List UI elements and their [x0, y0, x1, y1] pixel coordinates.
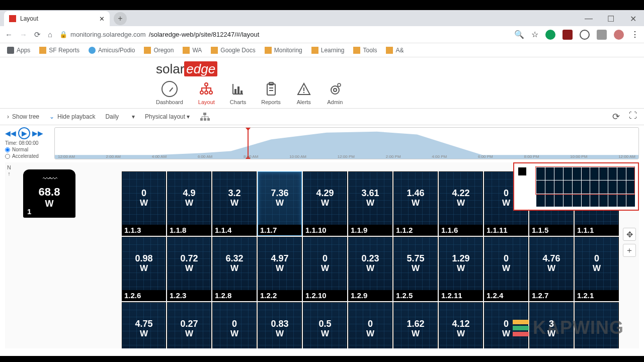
maximize-icon[interactable]: ☐	[600, 11, 622, 26]
tab-admin[interactable]: Admin	[327, 81, 343, 105]
fullscreen-button[interactable]: ⛶	[629, 111, 637, 122]
panel-tile[interactable]: 0W1.2.4	[484, 237, 528, 301]
bm-item[interactable]: A&	[386, 47, 404, 54]
radio-icon[interactable]	[5, 147, 10, 152]
bm-item[interactable]: Google Docs	[211, 47, 255, 54]
panel-value: 0	[349, 319, 392, 329]
panel-tile[interactable]: 4.22W1.1.6	[439, 171, 483, 236]
bm-item[interactable]: Learning	[311, 47, 345, 54]
panel-tile[interactable]: 4.9W1.1.8	[167, 171, 211, 236]
panel-tile[interactable]: 1.62W	[393, 302, 438, 348]
panel-tile[interactable]: 0.27W	[167, 302, 211, 348]
panel-unit: W	[349, 263, 392, 274]
bm-item[interactable]: Oregon	[144, 47, 174, 54]
avatar[interactable]	[614, 30, 624, 40]
panel-unit: W	[122, 263, 166, 274]
period-select[interactable]: Daily▾	[105, 113, 135, 120]
panel-tile[interactable]: 4.29W1.1.10	[303, 171, 347, 236]
timeline[interactable]: 12:00 AM2:00 AM4:00 AM6:00 AM8:00 AM10:0…	[54, 127, 639, 159]
panel-tile[interactable]: 3W	[529, 302, 574, 348]
panel-tile[interactable]: 3.61W1.1.9	[348, 171, 392, 236]
rewind-button[interactable]: ◀◀	[5, 129, 16, 137]
panel-tile[interactable]: 1.29W1.2.11	[439, 237, 483, 301]
panel-value: 3	[530, 319, 573, 329]
panel-tile[interactable]: 0W1.2.10	[303, 237, 347, 301]
star-icon[interactable]: ☆	[531, 30, 538, 39]
hide-playback-toggle[interactable]: ⌄Hide playback	[49, 113, 95, 120]
url-box[interactable]: 🔒 monitoring.solaredge.com/solaredge-web…	[59, 31, 259, 38]
tab-alerts[interactable]: Alerts	[296, 81, 312, 105]
layout-mode-select[interactable]: Physical layout ▾	[145, 113, 190, 120]
panel-tile[interactable]: 0.5W	[303, 302, 347, 348]
bm-item[interactable]: Tools	[353, 47, 377, 54]
chevron-down-icon: ▾	[132, 113, 135, 120]
panel-unit: W	[394, 329, 437, 339]
fastforward-button[interactable]: ▶▶	[32, 129, 43, 137]
ext-icon-1[interactable]	[545, 30, 555, 40]
panel-tile[interactable]: 7.36W1.1.7	[258, 171, 302, 236]
panel-tile[interactable]: 0W1.1.3	[122, 171, 166, 236]
panel-tile[interactable]: 6.32W1.2.8	[212, 237, 257, 301]
bm-item[interactable]: Apps	[7, 47, 30, 54]
ext-icon-2[interactable]	[562, 30, 573, 40]
panel-value: 0	[485, 188, 528, 199]
hierarchy-button[interactable]	[200, 112, 210, 122]
tab-dashboard[interactable]: Dashboard	[156, 81, 183, 105]
panel-tile[interactable]: 1.46W1.1.2	[393, 171, 438, 236]
bm-item[interactable]: Amicus/Podio	[89, 47, 135, 54]
tab-layout[interactable]: Layout	[198, 81, 215, 105]
zoom-icon[interactable]: 🔍	[514, 30, 524, 39]
panel-value: 4.9	[168, 188, 211, 199]
panel-tile[interactable]: 0W	[348, 302, 392, 348]
zoom-in-button[interactable]: ＋	[623, 244, 636, 257]
minimap[interactable]	[513, 162, 639, 211]
panel-tile[interactable]: 4.76W1.2.7	[529, 237, 574, 301]
panel-tile[interactable]: 4.12W	[439, 302, 483, 348]
back-icon[interactable]: ←	[5, 30, 13, 39]
fit-button[interactable]: ✥	[623, 228, 636, 241]
panel-tile[interactable]: 0W1.2.1	[575, 237, 619, 301]
forward-icon[interactable]: →	[20, 30, 27, 39]
panel-id: 1.1.4	[213, 225, 256, 235]
bm-item[interactable]: WA	[183, 47, 202, 54]
panel-value: 1.46	[394, 188, 437, 199]
speed-normal[interactable]: Normal	[5, 147, 52, 152]
panel-tile[interactable]: 0.23W1.2.9	[348, 237, 392, 301]
panel-tile[interactable]: 4.97W1.2.2	[258, 237, 302, 301]
panel-tile[interactable]: 0W	[484, 302, 528, 348]
play-button[interactable]: ▶	[18, 127, 30, 139]
menu-icon[interactable]: ⋮	[631, 30, 639, 39]
inverter-tile[interactable]: 〰〰 68.8 W 1	[23, 169, 75, 218]
ext-icon-3[interactable]	[580, 30, 590, 40]
panel-layout[interactable]: N↑ 〰〰 68.8 W 1 0W1.1.34.9W1.1.83.2W1.1.4…	[5, 162, 639, 348]
browser-tab[interactable]: Layout ✕	[4, 11, 110, 26]
minimize-icon[interactable]: —	[578, 11, 600, 26]
tab-charts[interactable]: Charts	[230, 81, 246, 105]
reload-icon[interactable]: ⟳	[34, 30, 41, 39]
ext-icon-4[interactable]	[597, 30, 607, 40]
new-tab-button[interactable]: +	[114, 12, 127, 25]
close-icon[interactable]: ✕	[99, 15, 105, 23]
panel-value: 5.75	[394, 253, 437, 264]
radio-icon[interactable]	[5, 154, 10, 159]
bm-item[interactable]: SF Reports	[39, 47, 79, 54]
bm-item[interactable]: Monitoring	[265, 47, 302, 54]
refresh-button[interactable]: ⟳	[612, 111, 620, 122]
time-labels: 12:00 AM2:00 AM4:00 AM6:00 AM8:00 AM10:0…	[55, 154, 638, 159]
svg-rect-6	[240, 90, 243, 94]
tab-title: Layout	[20, 15, 38, 22]
panel-tile[interactable]: 0.72W1.2.3	[167, 237, 211, 301]
panel-tile[interactable]: 4.75W	[122, 302, 166, 348]
panel-tile[interactable]: 0W	[212, 302, 257, 348]
home-icon[interactable]: ⌂	[48, 30, 52, 39]
close-window-icon[interactable]: ✕	[622, 11, 644, 26]
show-tree-toggle[interactable]: ›Show tree	[7, 113, 39, 120]
panel-id: 1.1.1	[575, 225, 618, 235]
minimap-viewport[interactable]	[535, 166, 635, 195]
panel-tile[interactable]: 5.75W1.2.5	[393, 237, 438, 301]
tab-reports[interactable]: Reports	[261, 81, 281, 105]
panel-tile[interactable]: 3.2W1.1.4	[212, 171, 257, 236]
speed-accelerated[interactable]: Accelerated	[5, 153, 52, 159]
panel-tile[interactable]: 0.98W1.2.6	[122, 237, 166, 301]
panel-tile[interactable]: 0.83W	[258, 302, 302, 348]
